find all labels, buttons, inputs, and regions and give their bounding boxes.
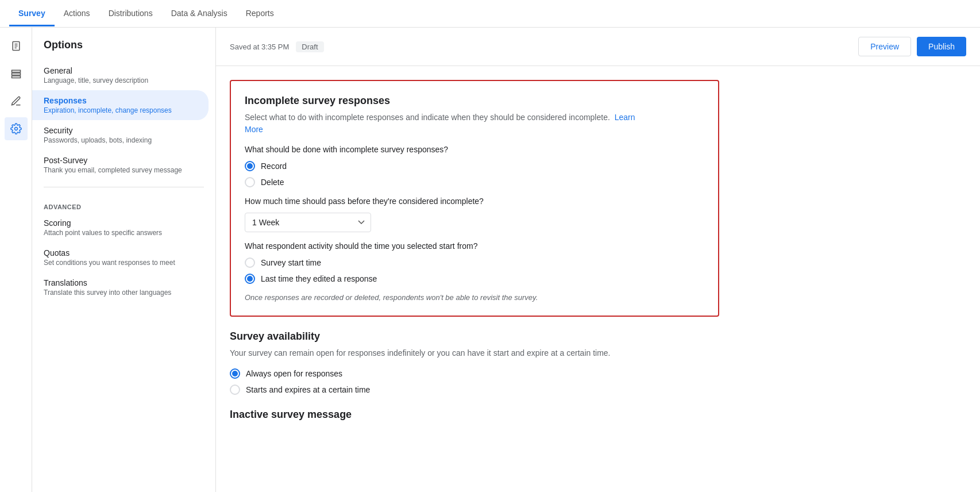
header-left: Saved at 3:35 PM Draft — [230, 41, 324, 52]
sidebar-item-general-label: General — [44, 66, 204, 75]
radio-delete[interactable]: Delete — [245, 177, 704, 187]
sidebar-item-security-sub: Passwords, uploads, bots, indexing — [44, 136, 204, 144]
radio-survey-start-label: Survey start time — [261, 258, 321, 267]
sidebar-item-translations-sub: Translate this survey into other languag… — [44, 289, 204, 297]
icon-sidebar — [0, 28, 32, 492]
radio-starts-expires-label: Starts and expires at a certain time — [246, 385, 370, 394]
look-icon-btn[interactable] — [5, 90, 28, 113]
sidebar-item-quotas-sub: Set conditions you want responses to mee… — [44, 259, 204, 267]
main-content: Saved at 3:35 PM Draft Preview Publish I… — [216, 28, 980, 492]
sidebar-item-post-survey-label: Post-Survey — [44, 156, 204, 165]
sidebar-item-responses-label: Responses — [44, 96, 197, 105]
tab-data-analysis[interactable]: Data & Analysis — [162, 2, 237, 26]
radio-always-open[interactable]: Always open for responses — [230, 368, 719, 379]
preview-button[interactable]: Preview — [858, 37, 911, 56]
availability-radio-group: Always open for responses Starts and exp… — [230, 368, 719, 395]
publish-button[interactable]: Publish — [917, 37, 966, 56]
sidebar-item-translations[interactable]: Translations Translate this survey into … — [32, 272, 215, 302]
top-nav: Survey Actions Distributions Data & Anal… — [0, 0, 980, 28]
radio-group-3: Survey start time Last time they edited … — [245, 257, 704, 284]
incomplete-responses-section: Incomplete survey responses Select what … — [230, 80, 719, 317]
radio-last-edited[interactable]: Last time they edited a response — [245, 274, 704, 284]
radio-record[interactable]: Record — [245, 161, 704, 171]
options-sidebar: Options General Language, title, survey … — [32, 28, 216, 492]
sidebar-item-scoring-label: Scoring — [44, 218, 204, 228]
question3-label: What respondent activity should the time… — [245, 241, 704, 251]
radio-always-open-circle — [230, 368, 240, 379]
app-layout: Options General Language, title, survey … — [0, 28, 980, 492]
radio-delete-label: Delete — [261, 178, 284, 187]
sidebar-item-post-survey-sub: Thank you email, completed survey messag… — [44, 166, 204, 174]
radio-starts-expires-circle — [230, 385, 240, 395]
svg-point-7 — [14, 128, 17, 130]
time-dropdown[interactable]: 1 Week 2 Weeks 1 Month Never — [245, 213, 371, 232]
inactive-section: Inactive survey message — [230, 409, 719, 421]
incomplete-section-title: Incomplete survey responses — [245, 95, 704, 107]
sidebar-item-translations-label: Translations — [44, 278, 204, 287]
sidebar-item-responses-sub: Expiration, incomplete, change responses — [44, 106, 197, 114]
content-area: Incomplete survey responses Select what … — [216, 66, 733, 448]
options-title: Options — [32, 39, 215, 60]
radio-group-1: Record Delete — [245, 161, 704, 187]
sidebar-item-responses[interactable]: Responses Expiration, incomplete, change… — [32, 90, 209, 120]
sidebar-item-post-survey[interactable]: Post-Survey Thank you email, completed s… — [32, 150, 215, 180]
radio-survey-start[interactable]: Survey start time — [245, 257, 704, 268]
sidebar-divider — [44, 187, 204, 187]
sidebar-item-scoring-sub: Attach point values to specific answers — [44, 229, 204, 237]
sidebar-item-general[interactable]: General Language, title, survey descript… — [32, 60, 215, 90]
tab-reports[interactable]: Reports — [237, 2, 283, 26]
svg-rect-6 — [11, 76, 20, 78]
radio-last-edited-label: Last time they edited a response — [261, 274, 377, 283]
header-right: Preview Publish — [858, 37, 966, 56]
radio-starts-expires[interactable]: Starts and expires at a certain time — [230, 385, 719, 395]
header-bar: Saved at 3:35 PM Draft Preview Publish — [216, 28, 980, 66]
radio-always-open-label: Always open for responses — [246, 369, 342, 378]
question2-label: How much time should pass before they're… — [245, 197, 704, 206]
availability-desc: Your survey can remain open for response… — [230, 347, 719, 359]
sidebar-item-general-sub: Language, title, survey description — [44, 76, 204, 84]
radio-delete-circle — [245, 177, 255, 187]
svg-rect-4 — [11, 70, 20, 72]
time-dropdown-wrap: 1 Week 2 Weeks 1 Month Never — [245, 213, 704, 232]
sidebar-item-quotas-label: Quotas — [44, 248, 204, 257]
saved-text: Saved at 3:35 PM — [230, 43, 289, 51]
question1-label: What should be done with incomplete surv… — [245, 145, 704, 154]
radio-record-circle — [245, 161, 255, 171]
sidebar-item-security[interactable]: Security Passwords, uploads, bots, index… — [32, 120, 215, 150]
tab-survey[interactable]: Survey — [9, 2, 55, 26]
availability-title: Survey availability — [230, 330, 719, 343]
survey-icon-btn[interactable] — [5, 34, 28, 57]
availability-section: Survey availability Your survey can rema… — [230, 330, 719, 395]
list-icon-btn[interactable] — [5, 62, 28, 85]
radio-last-edited-circle — [245, 274, 255, 284]
radio-record-label: Record — [261, 162, 287, 171]
sidebar-item-quotas[interactable]: Quotas Set conditions you want responses… — [32, 243, 215, 272]
tab-distributions[interactable]: Distributions — [99, 2, 162, 26]
sidebar-item-scoring[interactable]: Scoring Attach point values to specific … — [32, 213, 215, 243]
incomplete-section-desc: Select what to do with incomplete respon… — [245, 112, 704, 136]
svg-rect-5 — [11, 73, 20, 75]
radio-survey-start-circle — [245, 257, 255, 268]
draft-badge: Draft — [296, 41, 323, 52]
advanced-section-header: Advanced — [32, 194, 215, 213]
incomplete-info-text: Once responses are recorded or deleted, … — [245, 293, 704, 302]
sidebar-item-security-label: Security — [44, 126, 204, 135]
options-icon-btn[interactable] — [5, 117, 28, 140]
inactive-title: Inactive survey message — [230, 409, 719, 421]
tab-actions[interactable]: Actions — [55, 2, 99, 26]
